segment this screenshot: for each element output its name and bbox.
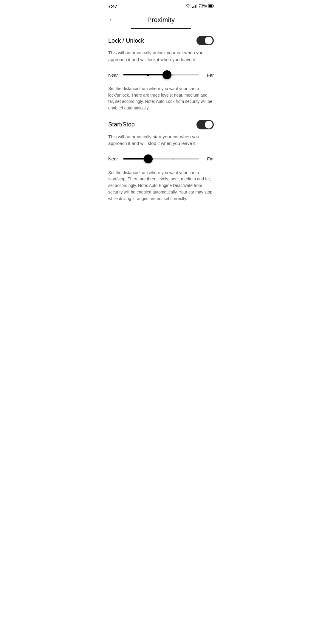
lock-unlock-near-label: Near (108, 72, 119, 78)
svg-rect-5 (213, 5, 214, 7)
svg-rect-1 (193, 6, 194, 8)
lock-unlock-header: Lock / Unlock (108, 36, 214, 45)
lock-unlock-slider-thumb[interactable] (162, 70, 171, 79)
signal-icon (192, 4, 197, 8)
start-stop-description: This will automatically start your car w… (108, 134, 214, 147)
slider-tick-2 (172, 74, 174, 76)
toggle-knob-2 (205, 121, 213, 129)
page-title: Proximity (147, 16, 175, 24)
lock-unlock-slider-track (123, 74, 199, 75)
start-stop-slider-thumb[interactable] (144, 154, 153, 163)
lock-unlock-title: Lock / Unlock (108, 37, 144, 44)
slider-tick-4 (172, 158, 174, 160)
svg-rect-0 (192, 7, 193, 8)
start-stop-far-label: Far (203, 156, 214, 161)
start-stop-toggle[interactable] (196, 120, 214, 129)
slider-tick-1 (147, 74, 149, 76)
slider-filled (123, 74, 167, 75)
svg-rect-6 (209, 5, 212, 7)
lock-unlock-slider-container[interactable] (123, 69, 199, 80)
lock-unlock-toggle[interactable] (196, 36, 214, 45)
app-bar: ← Proximity (103, 11, 219, 26)
lock-unlock-section: Lock / Unlock This will automatically un… (108, 36, 214, 112)
lock-unlock-note: Set the distance from where you want you… (108, 86, 214, 112)
lock-unlock-far-label: Far (203, 72, 214, 78)
status-icons: 73% (185, 4, 214, 8)
start-stop-header: Start/Stop (108, 120, 214, 129)
start-stop-note: Set the distance from where you want you… (108, 170, 214, 202)
svg-rect-2 (195, 5, 196, 8)
start-stop-slider-container[interactable] (123, 154, 199, 164)
status-time: 7:47 (108, 4, 117, 9)
start-stop-near-label: Near (108, 156, 119, 161)
start-stop-section: Start/Stop This will automatically start… (108, 120, 214, 202)
svg-rect-3 (196, 4, 197, 8)
status-bar: 7:47 73% (103, 0, 219, 11)
toggle-knob (205, 37, 213, 44)
start-stop-slider-track (123, 158, 199, 160)
wifi-icon (185, 4, 191, 8)
battery-icon (208, 4, 214, 8)
content: Lock / Unlock This will automatically un… (103, 29, 219, 202)
back-button[interactable]: ← (108, 16, 115, 24)
start-stop-title: Start/Stop (108, 121, 135, 128)
lock-unlock-slider-row: Near Far (108, 69, 214, 80)
lock-unlock-description: This will automatically unlock your car … (108, 49, 214, 63)
start-stop-slider-row: Near Far (108, 154, 214, 164)
battery-percent: 73% (199, 4, 207, 8)
